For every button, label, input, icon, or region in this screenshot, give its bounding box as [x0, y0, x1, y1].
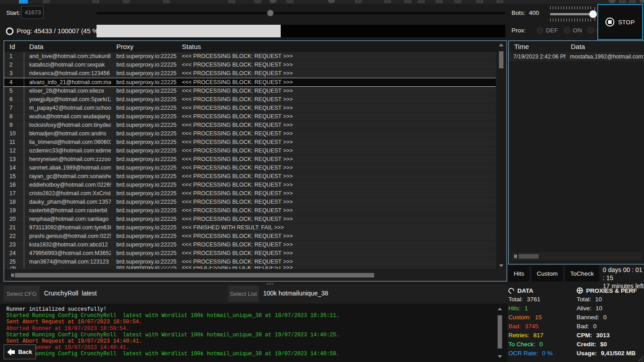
scroll-down-arrow[interactable] — [497, 263, 505, 268]
table-row[interactable]: 18 dauky_pham@hotmail.com:1357924 brd.su… — [4, 198, 496, 206]
select-list-button[interactable]: Select List — [228, 286, 259, 302]
table-row[interactable]: 13 henryreisen@hotmail.com:zzzoooio brd.… — [4, 155, 496, 164]
stat-line: Total:3761 — [508, 295, 574, 304]
cell-data: mostafaa.1992@hotmail.com:r — [565, 54, 644, 60]
table-row[interactable]: 7 m_papay42@hotmail.com:school brd.super… — [4, 104, 496, 112]
table-row[interactable]: 20 renphaa@hotmail.com:santiago brd.supe… — [4, 215, 496, 223]
hits-panel-body: 7/19/2023 2:42:06 PM mostafaa.1992@hotma… — [509, 52, 644, 61]
hit-row[interactable]: 7/19/2023 2:42:06 PM mostafaa.1992@hotma… — [509, 52, 644, 61]
table-row[interactable]: 15 rayan_gc@hotmail.com:sonaishere brd.s… — [4, 172, 496, 181]
scroll-down-arrow[interactable] — [496, 354, 504, 359]
result-tab[interactable]: Custom — [531, 265, 563, 282]
stat-line: Retries:817 — [508, 331, 574, 340]
result-tab[interactable]: ToCheck — [565, 265, 600, 282]
scroll-thumb[interactable] — [499, 51, 503, 68]
back-button[interactable]: Back — [4, 344, 36, 359]
toolbar-icon-fragment[interactable] — [619, 0, 626, 3]
start-input[interactable] — [21, 6, 44, 19]
scroll-up-arrow[interactable] — [496, 306, 504, 312]
toolbar-icon-fragment[interactable] — [609, 0, 616, 3]
table-row[interactable]: 8 wudsa@hotmail.com:wudaqiang brd.superp… — [4, 112, 496, 121]
table-row[interactable]: 11 lia_trimend@hotmail.com:060603 brd.su… — [4, 138, 496, 147]
select-cfg-button[interactable]: Select CFG — [4, 286, 40, 302]
toolbar-icon-fragment[interactable] — [436, 0, 443, 3]
column-header-data[interactable]: Data — [24, 43, 111, 50]
scroll-thumb[interactable] — [498, 315, 502, 349]
table-row[interactable]: 9 locksisfoxy@hotmail.com:tinydead9 brd.… — [4, 121, 496, 130]
slider-track[interactable] — [97, 12, 505, 14]
table-row[interactable]: 23 ksta1832@hotmail.com:abcd12 brd.super… — [4, 241, 496, 249]
toolbar-icon-fragment[interactable] — [123, 0, 130, 3]
position-slider[interactable] — [97, 10, 505, 16]
toolbar-icon-fragment[interactable] — [254, 0, 261, 3]
table-row[interactable]: 16 eddiehotboy@hotmail.com:022696 brd.su… — [4, 181, 496, 189]
table-row[interactable]: 21 973113092@hotmail.com:tym63636 brd.su… — [4, 223, 496, 232]
slider-thumb[interactable] — [267, 10, 273, 16]
table-row[interactable]: 17 cristo2822@hotmail.com:XxCristoba brd… — [4, 189, 496, 198]
toolbar-icon-fragment[interactable] — [228, 0, 235, 3]
stop-button[interactable]: STOP — [597, 4, 643, 40]
splitter-grip[interactable] — [267, 283, 273, 285]
toolbar-icon-fragment[interactable] — [43, 0, 50, 3]
result-tab[interactable]: Hits — [508, 265, 529, 282]
scroll-right-arrow[interactable] — [9, 273, 17, 278]
prox-radio-option[interactable]: ON — [564, 27, 582, 34]
toolbar-icon-fragment[interactable] — [287, 0, 294, 3]
column-header-id[interactable]: Id — [4, 43, 24, 50]
scroll-up-arrow[interactable] — [497, 42, 505, 48]
bots-slider[interactable] — [550, 6, 595, 22]
column-splitter[interactable] — [24, 52, 24, 268]
radio-icon[interactable] — [537, 27, 543, 34]
scroll-thumb[interactable] — [519, 254, 538, 259]
table-row[interactable]: 6 yowgjullpi@hotmail.com:Sparki123 brd.s… — [4, 95, 496, 104]
table-row[interactable]: 5 eliser_28@hotmail.com:elieze brd.super… — [4, 87, 496, 95]
hits-horizontal-scrollbar[interactable] — [512, 252, 641, 260]
table-vertical-scrollbar[interactable] — [497, 42, 505, 268]
bots-slider-thumb[interactable] — [589, 10, 597, 18]
table-row[interactable]: 10 bkmadjen@hotmail.com:andris brd.super… — [4, 130, 496, 138]
toolbar-icon-fragment[interactable] — [496, 0, 503, 3]
toolbar-icon-fragment[interactable] — [355, 0, 362, 3]
toolbar-icon-fragment[interactable] — [454, 0, 462, 3]
log-vertical-scrollbar[interactable] — [496, 306, 504, 359]
table-row[interactable]: 12 ozdemirc33@hotmail.com:edirne brd.sup… — [4, 147, 496, 155]
table-row[interactable]: 24 479956993@hotmail.com:M365289 brd.sup… — [4, 249, 496, 258]
toolbar-icon-fragment[interactable] — [418, 0, 425, 3]
toolbar-icon-fragment[interactable] — [92, 0, 99, 3]
table-row[interactable]: 19 rasterbit@hotmail.com:rasterbit brd.s… — [4, 206, 496, 215]
table-horizontal-scrollbar[interactable] — [9, 271, 489, 279]
table-row[interactable]: 1 and_love@hotmail.com:zhukun895! brd.su… — [4, 52, 496, 61]
toolbar-icon-fragment[interactable] — [629, 0, 636, 3]
prox-radio-option[interactable]: DEF — [537, 27, 558, 34]
stat-label: OCR Rate: — [508, 350, 538, 357]
radio-icon[interactable] — [564, 27, 570, 34]
toolbar-icon-fragment[interactable] — [476, 0, 483, 3]
toolbar-icon-fragment[interactable] — [328, 0, 335, 3]
stat-value: 10 — [595, 296, 602, 303]
toolbar-icon-fragment[interactable] — [163, 0, 170, 3]
table-row[interactable]: 3 ridesanca@hotmail.com:123456 brd.super… — [4, 69, 496, 78]
toolbar-icon-fragment[interactable] — [384, 0, 391, 3]
scroll-thumb[interactable] — [15, 273, 374, 277]
column-header-time[interactable]: Time — [509, 43, 565, 50]
toolbar-icon-fragment[interactable] — [269, 0, 277, 3]
toolbar-icon-fragment[interactable] — [640, 0, 644, 3]
cell-proxy: brd.superproxy.io:22225 — [111, 199, 176, 205]
stat-label: Alive: — [577, 305, 591, 312]
toolbar-icon-fragment[interactable] — [404, 0, 411, 3]
table-row[interactable]: 2 katallozi@hotmail.com:sexpak brd.super… — [4, 61, 496, 69]
radio-icon[interactable] — [587, 27, 594, 34]
column-header-data[interactable]: Data — [565, 43, 644, 50]
toolbar-icon-active-fragment[interactable] — [19, 0, 28, 4]
bots-slider-track[interactable] — [550, 13, 595, 15]
table-row[interactable]: 14 sanmet.abak.1989@hotmail.com:12 brd.s… — [4, 164, 496, 172]
cell-proxy: brd.superproxy.io:22225 — [111, 250, 176, 256]
table-row[interactable]: 25 man3674@hotmail.com:123123 brd.superp… — [4, 258, 496, 266]
column-header-status[interactable]: Status — [176, 43, 507, 50]
column-header-proxy[interactable]: Proxy — [111, 43, 176, 50]
table-row[interactable]: 22 prashi.genius@hotmail.com:0225bc brd.… — [4, 232, 496, 241]
timer-block: 0 days 00 : 01 : 15 17 minutes left — [603, 265, 644, 282]
table-row[interactable]: 4 alvaro_info_21@hotmail.com:marios brd.… — [4, 78, 496, 87]
scroll-right-arrow[interactable] — [512, 254, 520, 259]
table-row[interactable]: 26 brd.superproxy.io:22225 <<< PROCESSIN… — [4, 266, 496, 269]
